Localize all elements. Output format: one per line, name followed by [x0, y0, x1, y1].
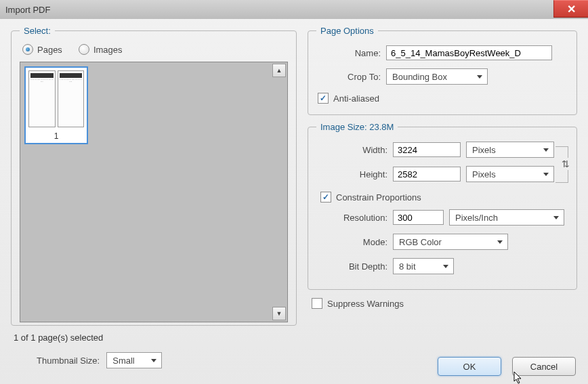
radio-images-label: Images [93, 45, 123, 55]
bitdepth-label: Bit Depth: [316, 261, 387, 272]
thumbnail-size-row: Thumbnail Size: Small [37, 352, 297, 368]
cancel-label: Cancel [530, 362, 558, 372]
height-unit-combo[interactable]: Pixels [466, 166, 554, 182]
constrain-checkbox[interactable] [320, 192, 331, 202]
width-label: Width: [316, 145, 387, 155]
resolution-unit-combo[interactable]: Pixels/Inch [449, 209, 564, 226]
radio-images[interactable]: Images [79, 44, 123, 55]
mode-value: RGB Color [399, 237, 442, 247]
constrain-label: Constrain Proportions [336, 192, 421, 202]
mode-combo[interactable]: RGB Color [393, 234, 508, 250]
crop-to-label: Crop To: [316, 72, 381, 82]
name-label: Name: [316, 48, 381, 58]
select-radios: Pages Images [22, 44, 288, 55]
suppress-label: Suppress Warnings [327, 299, 404, 309]
constrain-row[interactable]: Constrain Proportions [320, 192, 568, 202]
right-panel: Page Options Name: Crop To: Bounding Box… [308, 26, 577, 376]
constrain-link-icon[interactable] [555, 146, 568, 183]
select-group: Select: Pages Images [11, 26, 297, 326]
dialog-content: Select: Pages Images [0, 19, 588, 384]
height-label: Height: [316, 169, 387, 179]
pages-selected-text: 1 of 1 page(s) selected [14, 333, 297, 343]
width-input[interactable] [393, 142, 461, 157]
bitdepth-value: 8 bit [399, 261, 416, 272]
close-button[interactable]: ✕ [553, 0, 588, 18]
close-icon: ✕ [567, 3, 576, 16]
scroll-down-button[interactable]: ▼ [272, 307, 286, 320]
radio-pages-label: Pages [37, 45, 62, 55]
thumbnail-preview: ·· ···· ··· ····· ··· ····· ··· ···· ···… [26, 68, 87, 130]
resolution-label: Resolution: [316, 213, 387, 223]
page-options-legend: Page Options [316, 26, 378, 36]
radio-icon [22, 44, 33, 55]
width-unit-combo[interactable]: Pixels [466, 142, 554, 158]
chevron-down-icon: ▼ [276, 310, 282, 317]
bitdepth-combo[interactable]: 8 bit [393, 258, 454, 274]
page-options-group: Page Options Name: Crop To: Bounding Box… [308, 26, 577, 115]
suppress-row[interactable]: Suppress Warnings [312, 298, 577, 309]
antialiased-label: Anti-aliased [333, 93, 379, 104]
image-size-group: Image Size: 23.8M Width: Pixels Height: [308, 122, 577, 290]
radio-pages[interactable]: Pages [22, 44, 62, 55]
image-size-legend: Image Size: 23.8M [316, 122, 398, 132]
select-legend: Select: [20, 26, 55, 36]
thumbnail-size-combo[interactable]: Small [106, 352, 162, 368]
thumbnail-number: 1 [26, 130, 87, 143]
window-title: Import PDF [5, 5, 50, 15]
crop-to-value: Bounding Box [392, 72, 447, 82]
scroll-up-button[interactable]: ▲ [272, 64, 286, 77]
cursor-icon [513, 371, 523, 384]
height-input[interactable] [393, 167, 461, 182]
left-panel: Select: Pages Images [11, 26, 297, 376]
import-pdf-dialog: Import PDF ✕ Select: Pages Images [0, 0, 588, 384]
name-input[interactable] [386, 45, 552, 60]
width-unit-value: Pixels [472, 145, 496, 155]
title-bar: Import PDF ✕ [0, 0, 588, 19]
ok-button[interactable]: OK [438, 357, 501, 376]
antialiased-checkbox[interactable] [318, 93, 329, 104]
dialog-buttons: OK Cancel [308, 357, 577, 376]
mode-label: Mode: [316, 237, 387, 247]
chevron-up-icon: ▲ [276, 67, 282, 74]
radio-icon [79, 44, 89, 55]
thumbnail-area[interactable]: ·· ···· ··· ····· ··· ····· ··· ···· ···… [20, 62, 288, 322]
thumbnail-size-label: Thumbnail Size: [37, 356, 100, 366]
height-unit-value: Pixels [472, 169, 496, 179]
antialiased-row[interactable]: Anti-aliased [318, 93, 568, 104]
ok-label: OK [463, 362, 476, 372]
crop-to-combo[interactable]: Bounding Box [386, 68, 488, 85]
suppress-checkbox[interactable] [312, 298, 322, 309]
page-thumbnail[interactable]: ·· ···· ··· ····· ··· ····· ··· ···· ···… [24, 66, 88, 144]
resolution-input[interactable] [393, 210, 444, 225]
thumbnail-size-value: Small [112, 356, 135, 366]
resolution-unit-value: Pixels/Inch [455, 213, 498, 223]
